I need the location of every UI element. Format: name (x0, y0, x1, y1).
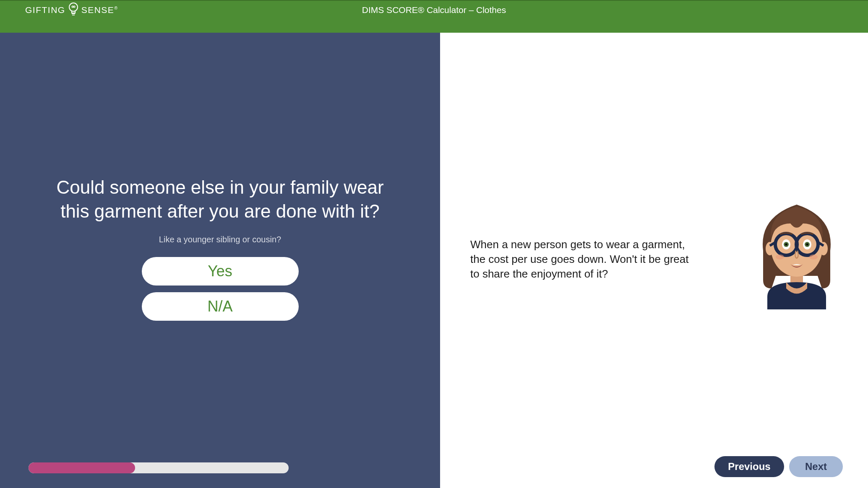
svg-point-6 (74, 6, 75, 7)
option-na[interactable]: N/A (142, 292, 299, 321)
lightbulb-icon (68, 3, 79, 18)
logo-text-right: SENSE® (81, 5, 118, 15)
svg-point-20 (785, 244, 787, 246)
svg-point-22 (776, 254, 784, 260)
main-area: Could someone else in your family wear t… (0, 33, 868, 488)
progress-bar (29, 462, 289, 473)
brand-logo[interactable]: GIFTING SENSE® (25, 3, 118, 18)
page-title-wrap: DIMS SCORE® Calculator – Clothes (362, 5, 506, 15)
question-subtext: Like a younger sibling or cousin? (159, 235, 281, 244)
question-pane: Could someone else in your family wear t… (0, 33, 440, 488)
logo-text-left: GIFTING (25, 5, 65, 15)
next-button[interactable]: Next (789, 456, 843, 477)
page-title: DIMS SCORE® Calculator – Clothes (362, 5, 506, 15)
option-yes[interactable]: Yes (142, 257, 299, 286)
tip-text: When a new person gets to wear a garment… (470, 237, 697, 281)
nav-buttons: Previous Next (714, 456, 843, 477)
svg-point-5 (72, 6, 73, 7)
avatar-illustration (751, 192, 843, 309)
svg-point-23 (809, 254, 818, 260)
app-header: GIFTING SENSE® DIMS SCORE® Calculator – … (0, 0, 868, 33)
options-group: Yes N/A (142, 257, 299, 321)
progress-fill (29, 462, 135, 473)
question-text: Could someone else in your family wear t… (48, 175, 392, 223)
previous-button[interactable]: Previous (714, 456, 784, 477)
header-divider (0, 0, 868, 1)
tip-pane: When a new person gets to wear a garment… (440, 33, 868, 488)
svg-point-21 (806, 244, 808, 246)
